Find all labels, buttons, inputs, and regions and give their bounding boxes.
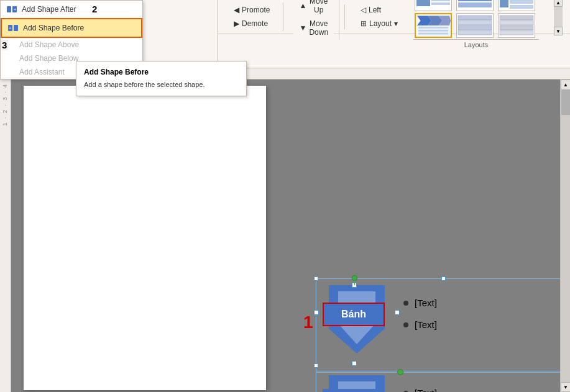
text-2: [Text]: [415, 319, 437, 330]
smartart-boundary[interactable]: Bánh Kẹo: [316, 278, 560, 392]
rotate-handle-line: [354, 280, 355, 285]
svg-text:+: +: [9, 25, 12, 31]
layout-item-2[interactable]: [456, 0, 494, 11]
shape-1-text: Bánh: [341, 309, 366, 320]
move-down-label: Move Down: [309, 19, 328, 37]
step-1-label: 1: [303, 312, 313, 332]
svg-rect-15: [500, 0, 508, 7]
vertical-ruler: 1 · 2 · 3 · 4: [0, 80, 11, 392]
svg-rect-25: [418, 33, 448, 35]
badge-3: 3: [1, 40, 8, 50]
shape-1-label-box[interactable]: Bánh: [323, 303, 385, 326]
move-group: ▲ Move Up ▼ Move Down: [288, 0, 339, 40]
move-down-icon: ▼: [299, 24, 306, 32]
left-label: Left: [369, 6, 381, 14]
svg-rect-19: [510, 5, 533, 9]
layouts-scroll-up[interactable]: ▲: [554, 0, 563, 7]
left-icon: ◁: [361, 6, 366, 14]
svg-rect-7: [416, 0, 430, 6]
svg-rect-13: [458, 0, 492, 1]
document-page: [24, 86, 266, 390]
bullet-1: [403, 301, 408, 306]
toolbar-left: 2 + Add Shape After: [0, 0, 218, 68]
svg-text:+: +: [14, 7, 17, 12]
svg-rect-24: [418, 30, 448, 32]
handle-tm[interactable]: [441, 276, 446, 281]
layout-label: Layout: [369, 19, 392, 28]
svg-rect-11: [431, 2, 450, 5]
layout-dropdown-icon: ▾: [394, 19, 398, 28]
text-item-1: [Text]: [403, 298, 560, 308]
add-shape-above-label: Add Shape Above: [19, 40, 79, 49]
text-item-3: [Text]: [403, 388, 560, 392]
smartart-shape-1[interactable]: Bánh: [316, 285, 397, 366]
position-group: ◁ Left ⊞ Layout ▾: [350, 2, 408, 31]
layouts-label: Layouts: [413, 39, 539, 48]
svg-rect-27: [458, 21, 492, 25]
tooltip-description: Add a shape before the selected shape.: [84, 80, 239, 89]
add-shape-before-item[interactable]: + Add Shape Before: [1, 18, 142, 38]
promote-group: ◀ Promote ▶ Demote: [223, 2, 283, 31]
shape-handle-bottom[interactable]: [352, 361, 357, 366]
scroll-down-button[interactable]: ▼: [561, 382, 570, 392]
main-content: 1 · 2 · 3 · 4 1: [0, 80, 570, 392]
handle-tl[interactable]: [314, 276, 318, 281]
add-shape-after-icon: +: [6, 3, 18, 16]
svg-rect-32: [500, 25, 533, 30]
add-shape-below-label: Add Shape Below: [19, 54, 78, 63]
move-up-label: Move Up: [309, 0, 328, 14]
bullet-2: [403, 322, 408, 327]
add-shape-before-icon: +: [7, 22, 19, 34]
scroll-thumb[interactable]: [561, 90, 570, 115]
promote-button[interactable]: ◀ Promote: [228, 4, 275, 16]
svg-rect-26: [458, 16, 492, 20]
left-button[interactable]: ◁ Left: [355, 4, 403, 16]
shape-handle-right[interactable]: [395, 310, 400, 315]
add-shape-after-label: Add Shape After: [22, 5, 76, 14]
layout-item-4[interactable]: [415, 13, 452, 38]
text-list-bottom: [Text] [Text]: [403, 388, 560, 392]
svg-rect-4: [14, 25, 18, 31]
demote-button[interactable]: ▶ Demote: [228, 17, 275, 30]
layout-item-6[interactable]: [498, 13, 535, 38]
add-assistant-label: Add Assistant: [19, 68, 65, 76]
toolbar: 2 + Add Shape After: [0, 0, 570, 68]
svg-rect-18: [510, 0, 533, 4]
move-up-icon: ▲: [299, 1, 306, 10]
layout-item-1[interactable]: [415, 0, 452, 11]
connector-handle[interactable]: [397, 369, 403, 375]
smartart-shape-2[interactable]: Kẹo: [316, 375, 397, 392]
promote-icon: ◀: [234, 6, 239, 14]
layout-button[interactable]: ⊞ Layout ▾: [355, 17, 403, 30]
page-area: 1 Bánh: [11, 80, 560, 392]
smartart-divider-2: [316, 371, 560, 371]
svg-rect-31: [500, 21, 533, 25]
text-3: [Text]: [415, 388, 437, 392]
svg-rect-23: [418, 27, 448, 29]
svg-rect-30: [500, 16, 533, 20]
layouts-scroll-down[interactable]: ▼: [554, 27, 563, 35]
text-item-2: [Text]: [403, 319, 560, 330]
svg-rect-14: [458, 2, 492, 7]
scroll-up-button[interactable]: ▲: [561, 80, 570, 89]
add-shape-after-item[interactable]: + Add Shape After: [1, 1, 142, 18]
layout-item-5[interactable]: [456, 13, 494, 38]
tooltip-title: Add Shape Before: [84, 68, 239, 76]
promote-label: Promote: [242, 6, 270, 14]
svg-rect-33: [500, 30, 533, 35]
layout-icon: ⊞: [361, 19, 367, 28]
add-shape-above-item[interactable]: Add Shape Above: [1, 38, 142, 52]
demote-icon: ▶: [234, 19, 239, 28]
tooltip-box: Add Shape Before Add a shape before the …: [76, 61, 247, 96]
shape-handle-left[interactable]: [314, 310, 319, 315]
vruler-marks: 1 · 2 · 3 · 4: [2, 83, 8, 126]
layout-item-3[interactable]: [498, 0, 535, 11]
svg-rect-29: [458, 30, 492, 35]
smartart-divider-1: [316, 372, 560, 373]
move-up-button[interactable]: ▲ Move Up: [293, 0, 334, 16]
text-1: [Text]: [415, 298, 437, 308]
scroll-track[interactable]: [561, 89, 570, 382]
move-down-button[interactable]: ▼ Move Down: [293, 17, 334, 39]
shape-2-label-box[interactable]: Kẹo: [323, 389, 385, 392]
badge-2: 2: [92, 4, 97, 14]
